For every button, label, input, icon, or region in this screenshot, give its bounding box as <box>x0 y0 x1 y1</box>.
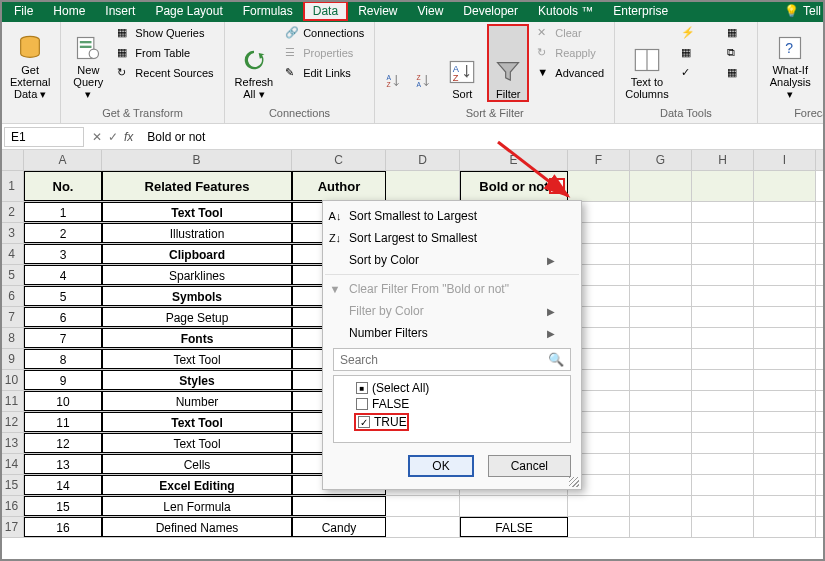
cell-no[interactable]: 16 <box>24 517 102 537</box>
cancel-formula-icon[interactable]: ✕ <box>92 130 102 144</box>
header-cell-author[interactable]: Author <box>292 171 386 201</box>
col-header-c[interactable]: C <box>292 150 386 170</box>
cell[interactable] <box>386 171 460 201</box>
forecast-sheet-button[interactable]: Forecast Sheet <box>821 24 825 102</box>
cell-feature[interactable]: Clipboard <box>102 244 292 264</box>
cell-no[interactable]: 4 <box>24 265 102 285</box>
row-header[interactable]: 3 <box>0 223 24 243</box>
edit-links-button[interactable]: ✎Edit Links <box>281 64 368 82</box>
tab-home[interactable]: Home <box>43 1 95 21</box>
false-checkbox[interactable]: FALSE <box>338 396 566 412</box>
row-header[interactable]: 15 <box>0 475 24 495</box>
consolidate-button[interactable]: ▦ <box>723 24 751 42</box>
cell-feature[interactable]: Illustration <box>102 223 292 243</box>
cell-no[interactable]: 11 <box>24 412 102 432</box>
sort-za-button[interactable]: ZA <box>411 24 437 102</box>
col-header-h[interactable]: H <box>692 150 754 170</box>
cell-no[interactable]: 13 <box>24 454 102 474</box>
resize-grip[interactable] <box>569 477 579 487</box>
filter-dropdown-button[interactable] <box>549 178 565 194</box>
remove-duplicates-button[interactable]: ▦ <box>677 44 719 62</box>
cell-feature[interactable]: Text Tool <box>102 433 292 453</box>
cell-feature[interactable]: Text Tool <box>102 349 292 369</box>
row-header[interactable]: 5 <box>0 265 24 285</box>
cell-no[interactable]: 2 <box>24 223 102 243</box>
recent-sources-button[interactable]: ↻Recent Sources <box>113 64 217 82</box>
row-header[interactable]: 4 <box>0 244 24 264</box>
cell-feature[interactable]: Page Setup <box>102 307 292 327</box>
cell-author[interactable] <box>292 496 386 516</box>
tab-data[interactable]: Data <box>303 1 348 21</box>
get-external-data-button[interactable]: Get External Data ▾ <box>6 24 54 102</box>
data-model-button[interactable]: ▦ <box>723 64 751 82</box>
tab-review[interactable]: Review <box>348 1 407 21</box>
col-header-b[interactable]: B <box>102 150 292 170</box>
enter-formula-icon[interactable]: ✓ <box>108 130 118 144</box>
cell-bold-flag[interactable]: FALSE <box>460 517 568 537</box>
cell-feature[interactable]: Styles <box>102 370 292 390</box>
ok-button[interactable]: OK <box>408 455 473 477</box>
tab-page-layout[interactable]: Page Layout <box>145 1 232 21</box>
row-header[interactable]: 2 <box>0 202 24 222</box>
true-checkbox[interactable]: TRUE <box>338 412 566 432</box>
row-header[interactable]: 7 <box>0 307 24 327</box>
cell-feature[interactable]: Number <box>102 391 292 411</box>
what-if-button[interactable]: ? What-If Analysis ▾ <box>764 24 817 102</box>
show-queries-button[interactable]: ▦Show Queries <box>113 24 217 42</box>
cell-feature[interactable]: Cells <box>102 454 292 474</box>
col-header-a[interactable]: A <box>24 150 102 170</box>
header-cell-bold[interactable]: Bold or not <box>460 171 568 201</box>
tab-file[interactable]: File <box>4 1 43 21</box>
row-header[interactable]: 10 <box>0 370 24 390</box>
header-cell-no[interactable]: No. <box>24 171 102 201</box>
row-header[interactable]: 14 <box>0 454 24 474</box>
data-validation-button[interactable]: ✓ <box>677 64 719 82</box>
tab-kutools[interactable]: Kutools ™ <box>528 1 603 21</box>
tell-me[interactable]: 💡 Tell <box>784 4 821 18</box>
tab-developer[interactable]: Developer <box>453 1 528 21</box>
sort-button[interactable]: AZ Sort <box>441 24 483 102</box>
from-table-button[interactable]: ▦From Table <box>113 44 217 62</box>
cell-no[interactable]: 12 <box>24 433 102 453</box>
cell-no[interactable]: 8 <box>24 349 102 369</box>
col-header-g[interactable]: G <box>630 150 692 170</box>
tab-formulas[interactable]: Formulas <box>233 1 303 21</box>
cell-feature[interactable]: Defined Names <box>102 517 292 537</box>
tab-insert[interactable]: Insert <box>95 1 145 21</box>
cell-no[interactable]: 3 <box>24 244 102 264</box>
row-header[interactable]: 12 <box>0 412 24 432</box>
row-header[interactable]: 16 <box>0 496 24 516</box>
cell-no[interactable]: 10 <box>24 391 102 411</box>
cell-bold-flag[interactable] <box>460 496 568 516</box>
col-header-i[interactable]: I <box>754 150 816 170</box>
filter-button[interactable]: Filter <box>487 24 529 102</box>
cell-feature[interactable]: Fonts <box>102 328 292 348</box>
sort-descending-item[interactable]: Z↓Sort Largest to Smallest <box>323 227 581 249</box>
col-header-d[interactable]: D <box>386 150 460 170</box>
sort-by-color-item[interactable]: Sort by Color▶ <box>323 249 581 271</box>
cell-feature[interactable]: Sparklines <box>102 265 292 285</box>
cell-feature[interactable]: Len Formula <box>102 496 292 516</box>
cancel-button[interactable]: Cancel <box>488 455 571 477</box>
connections-button[interactable]: 🔗Connections <box>281 24 368 42</box>
cell-feature[interactable]: Text Tool <box>102 202 292 222</box>
cell-no[interactable]: 5 <box>24 286 102 306</box>
cell-no[interactable]: 9 <box>24 370 102 390</box>
cell-feature[interactable]: Text Tool <box>102 412 292 432</box>
filter-search-input[interactable] <box>340 353 548 367</box>
row-header[interactable]: 17 <box>0 517 24 537</box>
new-query-button[interactable]: New Query ▾ <box>67 24 109 102</box>
cell-author[interactable]: Candy <box>292 517 386 537</box>
cell[interactable] <box>386 496 460 516</box>
refresh-all-button[interactable]: Refresh All ▾ <box>231 24 278 102</box>
cell-no[interactable]: 6 <box>24 307 102 327</box>
flash-fill-button[interactable]: ⚡ <box>677 24 719 42</box>
cell-no[interactable]: 14 <box>24 475 102 495</box>
tab-enterprise[interactable]: Enterprise <box>603 1 678 21</box>
fx-icon[interactable]: fx <box>124 130 133 144</box>
cell-no[interactable]: 1 <box>24 202 102 222</box>
cell-feature[interactable]: Symbols <box>102 286 292 306</box>
sort-ascending-item[interactable]: A↓Sort Smallest to Largest <box>323 205 581 227</box>
cell[interactable] <box>386 517 460 537</box>
cell-no[interactable]: 7 <box>24 328 102 348</box>
